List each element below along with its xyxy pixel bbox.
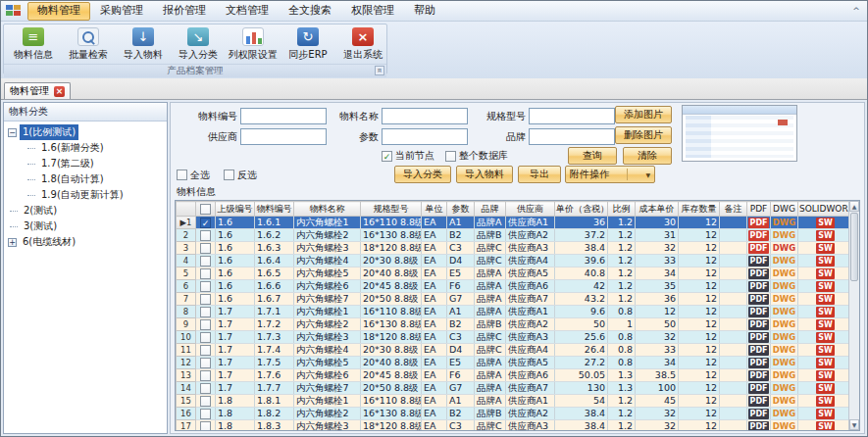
row-checkbox[interactable] [200,358,211,368]
dwg-badge[interactable]: DWG [773,230,795,240]
tree-node-1[interactable]: −1(比例测试) [6,124,165,140]
pdf-badge[interactable]: PDF [748,294,770,305]
row-checkbox[interactable] [200,370,211,381]
table-row[interactable]: 101.71.7.3内六角螺栓318*120 8.8级EAC3品牌C供应商A32… [177,331,849,344]
menu-tab-6[interactable]: 权限管理 [341,2,404,21]
select-all-header[interactable] [196,202,216,217]
tree-node-3[interactable]: 1.7(第二级) [6,156,165,171]
ribbon-button-7[interactable]: ×退出系统 [335,25,390,63]
row-checkbox[interactable] [200,268,211,279]
field-input-1[interactable] [240,108,327,124]
pdf-badge[interactable]: PDF [748,409,770,419]
pdf-badge[interactable]: PDF [748,243,770,254]
table-row[interactable]: 111.71.7.4内六角螺栓420*30 8.8级EAD4品牌C供应商A426… [177,344,849,357]
query-button[interactable]: 查询 [568,147,617,165]
table-row[interactable]: 71.61.6.7内六角螺栓720*50 8.8级EAG7品牌A供应商A743.… [177,293,849,306]
menu-tab-3[interactable]: 报价管理 [153,2,216,21]
ribbon-button-3[interactable]: ↓导入物料 [116,25,171,63]
field-input-3[interactable] [529,108,615,124]
ribbon-collapse-icon[interactable]: ^ [848,6,864,16]
dwg-badge[interactable]: DWG [773,383,795,393]
header-checkbox[interactable] [200,204,211,215]
pdf-badge[interactable]: PDF [748,307,770,317]
menu-tab-2[interactable]: 采购管理 [90,2,153,21]
column-header-13[interactable]: 备注 [720,202,747,217]
pdf-badge[interactable]: PDF [748,358,770,368]
chevron-down-icon[interactable]: ▼ [645,171,650,178]
column-header-16[interactable]: SOLIDWORKS [798,202,849,217]
row-checkbox[interactable] [200,230,211,241]
row-checkbox[interactable] [200,409,211,419]
scroll-up-icon[interactable]: ▲ [849,201,859,212]
dwg-badge[interactable]: DWG [773,370,795,380]
pdf-badge[interactable]: PDF [748,370,770,381]
field-input-5[interactable] [382,128,468,145]
table-row[interactable]: 161.81.8.2内六角螺栓216*130 8.8级EAB2品牌B供应商A23… [177,408,849,420]
column-header-9[interactable]: 单价（含税） [555,202,608,217]
sw-badge[interactable]: SW [816,345,835,356]
sw-badge[interactable]: SW [816,370,835,381]
row-checkbox[interactable] [200,396,211,407]
column-header-8[interactable]: 供应商 [506,202,555,217]
table-row[interactable]: 31.61.6.3内六角螺栓318*120 8.8级EAC3品牌C供应商A338… [177,242,849,255]
dwg-badge[interactable]: DWG [773,268,795,278]
table-row[interactable]: ▶1✓1.61.6.1内六角螺栓116*110 8.8级EAA1品牌A供应商A1… [177,217,849,229]
field-input-4[interactable] [240,128,327,145]
menu-tab-4[interactable]: 文档管理 [216,2,279,21]
field-input-2[interactable] [382,108,468,124]
sw-badge[interactable]: SW [816,294,835,305]
pdf-badge[interactable]: PDF [748,218,770,228]
dwg-badge[interactable]: DWG [773,256,795,266]
delete-image-button[interactable]: 删除图片 [615,126,672,144]
column-header-12[interactable]: 库存数量 [679,202,720,217]
sw-badge[interactable]: SW [816,409,835,419]
column-header-11[interactable]: 成本单价 [636,202,679,217]
row-checkbox[interactable] [200,243,211,254]
ribbon-button-2[interactable]: 批量检索 [61,25,116,63]
column-header-4[interactable]: 规格型号 [361,202,422,217]
menu-tab-5[interactable]: 全文搜索 [279,2,341,21]
attachment-operations-button[interactable]: 附件操作 ▼ [565,166,655,183]
dwg-badge[interactable]: DWG [773,409,795,418]
dwg-badge[interactable]: DWG [773,281,795,291]
column-header-10[interactable]: 比例 [608,202,636,217]
pdf-badge[interactable]: PDF [748,268,770,279]
sw-badge[interactable]: SW [816,256,835,267]
ribbon-button-1[interactable]: ≡物料信息 [6,25,61,63]
table-row[interactable]: 41.61.6.4内六角螺栓420*30 8.8级EAD4品牌C供应商A439.… [177,255,849,267]
ribbon-button-4[interactable]: ↘导入分类 [171,25,226,63]
sw-badge[interactable]: SW [816,218,835,228]
sw-badge[interactable]: SW [816,230,835,241]
pdf-badge[interactable]: PDF [748,319,770,330]
tree-node-8[interactable]: +6(电缆线材) [6,234,165,250]
row-checkbox[interactable] [200,307,211,317]
table-row[interactable]: 21.61.6.2内六角螺栓216*130 8.8级EAB2品牌B供应商A237… [177,229,849,242]
expand-icon[interactable]: + [8,238,17,247]
pdf-badge[interactable]: PDF [748,345,770,356]
column-header-6[interactable]: 参数 [447,202,475,217]
dwg-badge[interactable]: DWG [773,319,795,329]
row-checkbox[interactable] [200,345,211,356]
add-image-button[interactable]: 添加图片 [615,106,672,123]
tree-node-2[interactable]: 1.6(新增分类) [6,140,165,156]
menu-tab-1[interactable]: 物料管理 [27,2,90,21]
row-checkbox[interactable]: ✓ [200,218,211,228]
dwg-badge[interactable]: DWG [773,358,795,367]
sw-badge[interactable]: SW [816,383,835,394]
column-header-14[interactable]: PDF [747,202,771,217]
column-header-2[interactable]: 物料编号 [255,202,294,217]
table-row[interactable]: 91.71.7.2内六角螺栓216*130 8.8级EAB2品牌B供应商A250… [177,318,849,331]
dwg-badge[interactable]: DWG [773,307,795,316]
pdf-badge[interactable]: PDF [748,281,770,292]
column-header-1[interactable]: 上级编号 [216,202,255,217]
sw-badge[interactable]: SW [816,307,835,317]
dwg-badge[interactable]: DWG [773,396,795,406]
table-row[interactable]: 131.71.7.6内六角螺栓620*45 8.8级EAF6品牌A供应商A650… [177,369,849,382]
sw-badge[interactable]: SW [816,268,835,279]
row-checkbox[interactable] [200,256,211,267]
import-category-button[interactable]: 导入分类 [394,166,451,183]
table-row[interactable]: 141.71.7.7内六角螺栓720*50 8.8级EAG7品牌A供应商A713… [177,382,849,395]
column-header-5[interactable]: 单位 [422,202,447,217]
row-checkbox[interactable] [200,281,211,292]
pdf-badge[interactable]: PDF [748,256,770,267]
